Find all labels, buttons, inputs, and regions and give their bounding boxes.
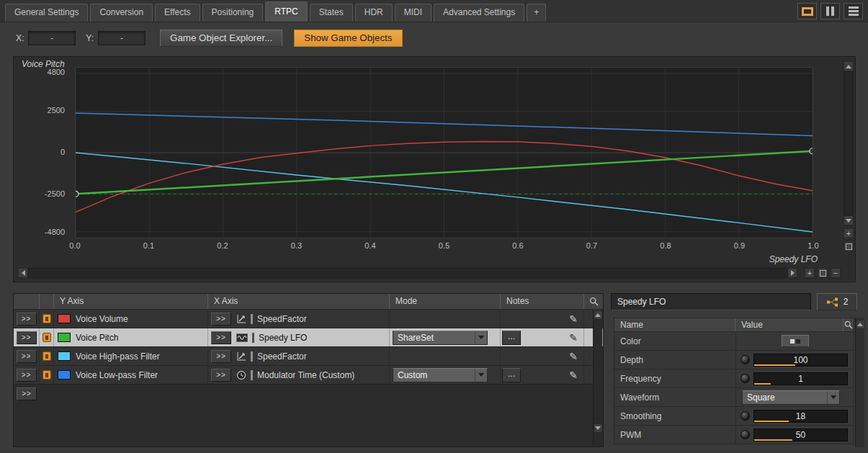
split-panes-button[interactable]: [820, 3, 840, 19]
header-value[interactable]: Value: [735, 318, 844, 331]
tab-states[interactable]: States: [310, 4, 353, 22]
y-coordinate-field[interactable]: -: [98, 31, 146, 45]
properties-scrollbar[interactable]: [855, 318, 864, 447]
tab-positioning[interactable]: Positioning: [202, 4, 264, 22]
header-mode[interactable]: Mode: [390, 294, 501, 309]
expand-row-button[interactable]: >>: [17, 350, 37, 363]
y-axis-cell[interactable]: Voice High-pass Filter: [54, 347, 208, 365]
property-row-frequency[interactable]: Frequency 1: [614, 369, 854, 388]
smoothing-value-field[interactable]: 18: [753, 410, 848, 423]
game-object-explorer-button[interactable]: Game Object Explorer...: [160, 30, 282, 47]
scroll-down-button[interactable]: [594, 423, 603, 433]
expand-row-button[interactable]: >>: [17, 313, 37, 326]
expand-x-button[interactable]: >>: [211, 313, 231, 326]
expand-x-button[interactable]: >>: [211, 369, 231, 382]
property-row-smoothing[interactable]: Smoothing 18: [614, 407, 854, 426]
x-axis-cell[interactable]: >>Modulator Time (Custom): [208, 366, 390, 384]
table-row-new[interactable]: >>: [14, 385, 603, 403]
list-view-button[interactable]: [844, 3, 863, 19]
rtpc-knob-icon[interactable]: [741, 411, 750, 421]
header-x-axis[interactable]: X Axis: [208, 294, 390, 309]
expand-row-button[interactable]: >>: [17, 331, 37, 344]
reference-count-button[interactable]: 2: [817, 293, 857, 310]
edit-notes-icon[interactable]: ✎: [569, 370, 578, 380]
tab-midi[interactable]: MIDI: [395, 4, 431, 22]
vertical-scroll-track[interactable]: [844, 71, 854, 215]
edit-notes-icon[interactable]: ✎: [569, 351, 578, 362]
browse-modulator-button[interactable]: ...: [502, 368, 521, 382]
fit-vertical-button[interactable]: [844, 241, 854, 251]
expand-row-button[interactable]: >>: [17, 369, 37, 382]
rtpc-knob-icon[interactable]: [741, 430, 750, 439]
pwm-value-field[interactable]: 50: [753, 429, 848, 441]
curve-color-swatch[interactable]: [58, 351, 71, 361]
zoom-out-horizontal-button[interactable]: −: [831, 268, 841, 278]
edit-notes-icon[interactable]: ✎: [569, 314, 578, 324]
rtpc-knob-icon[interactable]: [741, 355, 750, 364]
drag-handle[interactable]: [252, 333, 254, 343]
waveform-dropdown[interactable]: Square: [742, 390, 840, 405]
frequency-value-field[interactable]: 1: [753, 372, 848, 385]
notes-cell[interactable]: ...✎: [501, 366, 584, 384]
zoom-in-horizontal-button[interactable]: +: [805, 268, 815, 278]
search-icon[interactable]: [844, 320, 853, 329]
header-name[interactable]: Name: [614, 318, 735, 331]
header-notes[interactable]: Notes: [501, 294, 584, 309]
scroll-up-button[interactable]: [856, 320, 865, 329]
y-axis-cell[interactable]: Voice Pitch: [54, 328, 208, 346]
property-row-color[interactable]: Color: [614, 332, 854, 351]
scroll-up-button[interactable]: [594, 310, 603, 320]
fit-horizontal-button[interactable]: [818, 268, 828, 278]
tab-add-button[interactable]: +: [527, 4, 546, 22]
curve-list-scrollbar[interactable]: [593, 310, 602, 446]
tab-advanced-settings[interactable]: Advanced Settings: [434, 4, 524, 22]
tab-hdr[interactable]: HDR: [355, 4, 393, 22]
property-row-depth[interactable]: Depth 100: [614, 351, 854, 369]
tab-effects[interactable]: Effects: [155, 4, 200, 22]
notes-cell[interactable]: ✎: [501, 310, 584, 328]
scroll-up-button[interactable]: [844, 61, 854, 71]
x-axis-cell[interactable]: >>Speedy LFO: [208, 328, 390, 346]
expand-x-button[interactable]: >>: [211, 331, 231, 344]
curve-color-swatch[interactable]: [58, 370, 71, 380]
tab-conversion[interactable]: Conversion: [90, 4, 153, 22]
table-row-voice-high-pass-filter[interactable]: >> Voice High-pass Filter >>SpeedFactor …: [14, 347, 603, 366]
scroll-left-button[interactable]: [18, 268, 28, 278]
x-axis-cell[interactable]: >>SpeedFactor: [208, 347, 390, 365]
drag-handle[interactable]: [251, 351, 253, 362]
notes-cell[interactable]: ✎: [501, 347, 584, 365]
table-row-voice-volume[interactable]: >> Voice Volume >>SpeedFactor ✎: [14, 310, 603, 328]
rtpc-knob-icon[interactable]: [741, 374, 750, 383]
drag-handle[interactable]: [251, 370, 253, 380]
layout-toggle-button[interactable]: [797, 3, 817, 19]
scroll-track[interactable]: [594, 320, 603, 423]
search-icon[interactable]: [589, 297, 599, 306]
curve-color-swatch[interactable]: [58, 314, 71, 323]
property-row-pwm[interactable]: PWM 50: [614, 426, 854, 444]
expand-x-button[interactable]: >>: [211, 350, 231, 363]
property-row-waveform[interactable]: Waveform Square: [614, 388, 854, 407]
graph-horizontal-scrollbar[interactable]: [18, 268, 797, 278]
scroll-down-button[interactable]: [844, 215, 854, 225]
modulator-name-field[interactable]: Speedy LFO: [611, 293, 811, 310]
x-axis-cell[interactable]: >>SpeedFactor: [208, 310, 390, 328]
tab-general-settings[interactable]: General Settings: [5, 4, 88, 22]
y-axis-cell[interactable]: Voice Low-pass Filter: [54, 366, 208, 384]
table-row-voice-pitch[interactable]: >> Voice Pitch >>Speedy LFO ShareSet ...…: [14, 328, 603, 347]
depth-value-field[interactable]: 100: [753, 354, 848, 367]
tab-rtpc[interactable]: RTPC: [265, 1, 307, 22]
rtpc-curve-canvas[interactable]: [76, 68, 813, 238]
edit-notes-icon[interactable]: ✎: [569, 333, 578, 343]
mode-dropdown[interactable]: Custom: [393, 368, 488, 382]
horizontal-scroll-track[interactable]: [28, 268, 787, 278]
x-coordinate-field[interactable]: -: [28, 31, 76, 45]
notes-cell[interactable]: ...✎: [501, 328, 584, 346]
add-curve-button[interactable]: >>: [17, 387, 37, 400]
header-y-axis[interactable]: Y Axis: [54, 294, 208, 309]
browse-shareset-button[interactable]: ...: [502, 331, 521, 345]
show-game-objects-button[interactable]: Show Game Objects: [294, 30, 402, 47]
color-picker-button[interactable]: [782, 335, 809, 347]
curve-color-swatch[interactable]: [58, 333, 71, 342]
graph-vertical-scrollbar[interactable]: [844, 61, 854, 225]
zoom-in-vertical-button[interactable]: +: [844, 228, 854, 238]
